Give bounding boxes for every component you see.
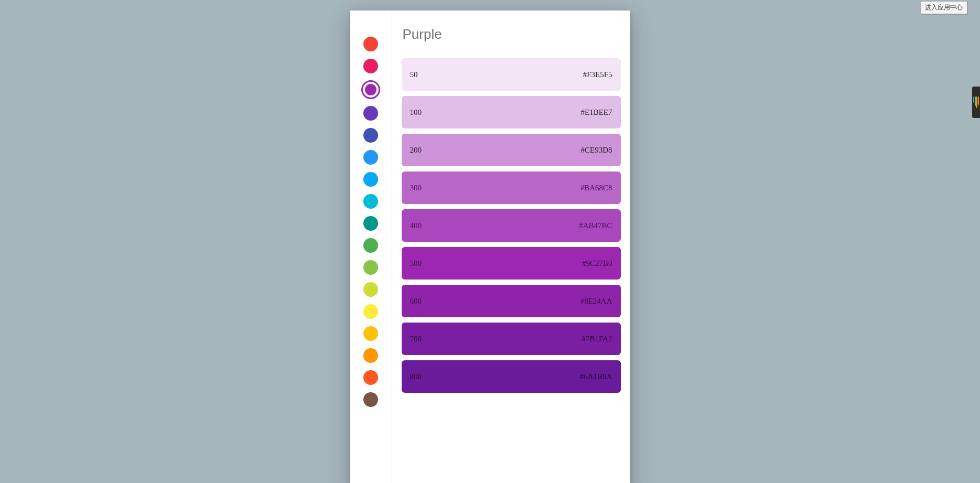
shade-hex: #F3E5F5	[583, 70, 612, 79]
shade-hex: #E1BEE7	[581, 108, 612, 117]
color-dot-blue[interactable]	[363, 150, 378, 165]
color-dot-teal[interactable]	[363, 216, 378, 231]
page-scroll-area[interactable]: Purple 50#F3E5F5100#E1BEE7200#CE93D8300#…	[0, 0, 980, 483]
shade-level: 600	[410, 297, 422, 306]
shade-row[interactable]: 400#AB47BC	[402, 209, 621, 242]
shade-hex: #6A1B9A	[580, 372, 612, 381]
palette-title: Purple	[403, 26, 621, 42]
shade-level: 800	[410, 372, 422, 381]
shade-row[interactable]: 100#E1BEE7	[402, 96, 621, 128]
color-dot-cyan[interactable]	[363, 194, 378, 209]
shade-hex: #7B1FA2	[581, 335, 612, 344]
shade-row[interactable]: 50#F3E5F5	[402, 58, 621, 91]
color-dot-light-blue[interactable]	[363, 172, 378, 187]
color-dot-green[interactable]	[363, 238, 378, 253]
shade-level: 200	[410, 146, 422, 155]
side-panel-handle[interactable]	[972, 87, 980, 118]
color-dot-purple[interactable]	[365, 84, 376, 95]
shade-hex: #BA68C8	[580, 184, 612, 192]
color-sidebar	[350, 10, 392, 483]
color-dot-indigo[interactable]	[363, 128, 378, 143]
color-dot-deep-orange[interactable]	[363, 370, 378, 385]
shade-level: 100	[410, 108, 422, 117]
shade-level: 700	[410, 335, 422, 344]
color-dot-lime[interactable]	[363, 282, 378, 297]
shade-hex: #9C27B0	[582, 259, 612, 268]
shade-hex: #AB47BC	[579, 221, 612, 230]
color-dot-amber[interactable]	[363, 326, 378, 341]
shade-row[interactable]: 300#BA68C8	[402, 171, 621, 204]
shade-level: 400	[410, 221, 422, 230]
shade-level: 50	[410, 70, 418, 79]
color-dot-brown[interactable]	[363, 392, 378, 407]
shade-level: 300	[410, 184, 422, 192]
color-palette-card: Purple 50#F3E5F5100#E1BEE7200#CE93D8300#…	[350, 10, 630, 483]
color-dot-yellow[interactable]	[363, 304, 378, 319]
color-dot-light-green[interactable]	[363, 260, 378, 275]
shade-row[interactable]: 800#6A1B9A	[402, 360, 621, 393]
equalizer-icon	[973, 96, 979, 108]
shade-row[interactable]: 500#9C27B0	[402, 247, 621, 280]
color-dot-deep-purple[interactable]	[363, 106, 378, 121]
shade-hex: #CE93D8	[581, 146, 612, 155]
color-dot-orange[interactable]	[363, 348, 378, 363]
shade-level: 500	[410, 259, 422, 268]
color-dot-red[interactable]	[363, 37, 378, 51]
shade-row[interactable]: 700#7B1FA2	[402, 323, 621, 355]
appcenter-button[interactable]: 进入应用中心	[920, 1, 967, 14]
palette-main: Purple 50#F3E5F5100#E1BEE7200#CE93D8300#…	[392, 10, 630, 483]
shade-row[interactable]: 200#CE93D8	[402, 134, 621, 166]
color-dot-pink[interactable]	[363, 59, 378, 73]
shade-hex: #8E24AA	[580, 297, 612, 306]
shade-row[interactable]: 600#8E24AA	[402, 285, 621, 317]
shade-list: 50#F3E5F5100#E1BEE7200#CE93D8300#BA68C84…	[402, 58, 621, 393]
